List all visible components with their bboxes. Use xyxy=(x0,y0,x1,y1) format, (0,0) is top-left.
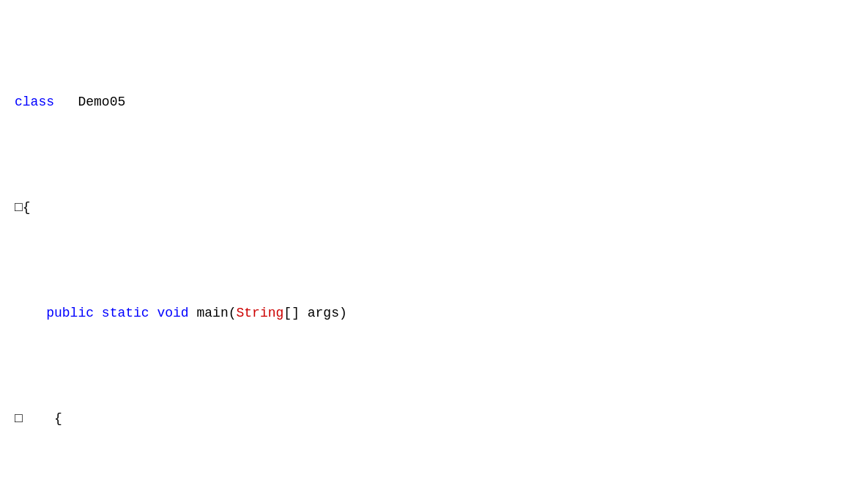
brace-open1: □{ xyxy=(15,200,31,215)
keyword-class: class xyxy=(15,95,54,109)
keyword-void: void xyxy=(157,306,188,320)
line-class: class Demo05 xyxy=(15,92,853,113)
code-editor: class Demo05 □{ public static void main(… xyxy=(15,7,853,486)
line-open2: □ { xyxy=(15,408,853,430)
keyword-public: public xyxy=(46,306,94,320)
line-open1: □{ xyxy=(15,197,853,218)
args-bracket: [] args) xyxy=(283,306,346,320)
brace-open2: { xyxy=(54,411,62,426)
keyword-static: static xyxy=(102,306,149,320)
class-spacing xyxy=(54,95,78,109)
line-main: public static void main(String[] args) xyxy=(15,303,853,324)
method-name: main( xyxy=(197,306,237,320)
type-string: String xyxy=(237,306,284,320)
class-name: Demo05 xyxy=(78,95,125,109)
